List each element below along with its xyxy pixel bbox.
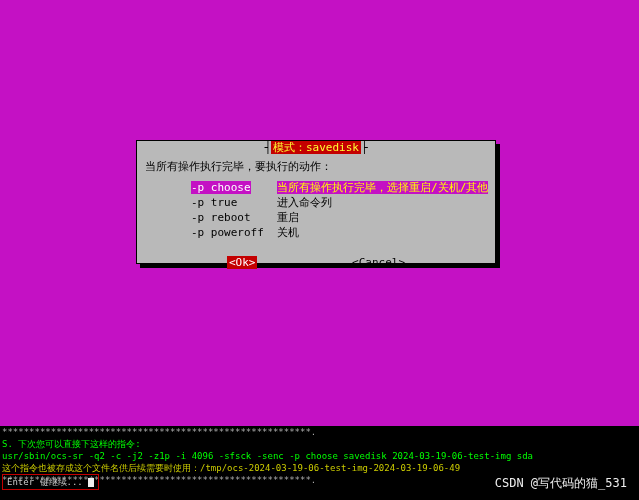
enter-prompt-box[interactable]: Enter 键继续... bbox=[2, 474, 99, 490]
option-key: -p reboot bbox=[191, 211, 251, 224]
option-poweroff[interactable]: -p poweroff 关机 bbox=[191, 225, 495, 240]
savedisk-dialog: ┤模式：savedisk├ 当所有操作执行完毕，要执行的动作： -p choos… bbox=[136, 140, 496, 264]
terminal-info: 这个指令也被存成这个文件名供后续需要时使用：/tmp/ocs-2024-03-1… bbox=[2, 462, 639, 474]
enter-prompt: Enter 键继续... bbox=[7, 477, 88, 487]
terminal-command: usr/sbin/ocs-sr -q2 -c -j2 -z1p -i 4096 … bbox=[2, 450, 639, 462]
option-desc: 关机 bbox=[277, 226, 299, 239]
option-key: -p true bbox=[191, 196, 237, 209]
terminal-divider: ****************************************… bbox=[2, 426, 639, 438]
cancel-button[interactable]: <Cancel> bbox=[352, 256, 405, 269]
terminal-hint: S. 下次您可以直接下这样的指令: bbox=[2, 438, 639, 450]
option-true[interactable]: -p true 进入命令列 bbox=[191, 195, 495, 210]
dialog-prompt: 当所有操作执行完毕，要执行的动作： bbox=[145, 159, 495, 174]
option-choose[interactable]: -p choose 当所有操作执行完毕，选择重启/关机/其他 bbox=[191, 180, 495, 195]
options-list[interactable]: -p choose 当所有操作执行完毕，选择重启/关机/其他 -p true 进… bbox=[191, 180, 495, 240]
option-key: -p poweroff bbox=[191, 226, 264, 239]
option-reboot[interactable]: -p reboot 重启 bbox=[191, 210, 495, 225]
watermark: CSDN @写代码的猫_531 bbox=[495, 475, 627, 492]
option-key: -p choose bbox=[191, 181, 251, 194]
option-desc: 进入命令列 bbox=[277, 196, 332, 209]
title-bracket-right: ├ bbox=[361, 141, 368, 154]
ok-button[interactable]: <Ok> bbox=[227, 256, 258, 269]
option-desc: 当所有操作执行完毕，选择重启/关机/其他 bbox=[277, 181, 488, 194]
option-desc: 重启 bbox=[277, 211, 299, 224]
cursor-icon bbox=[88, 478, 94, 487]
desktop-background: ┤模式：savedisk├ 当所有操作执行完毕，要执行的动作： -p choos… bbox=[0, 0, 639, 426]
dialog-title-row: ┤模式：savedisk├ bbox=[137, 140, 495, 155]
dialog-title: 模式：savedisk bbox=[271, 141, 361, 154]
title-bracket-left: ┤ bbox=[264, 141, 271, 154]
button-row: <Ok> <Cancel> bbox=[137, 256, 495, 269]
